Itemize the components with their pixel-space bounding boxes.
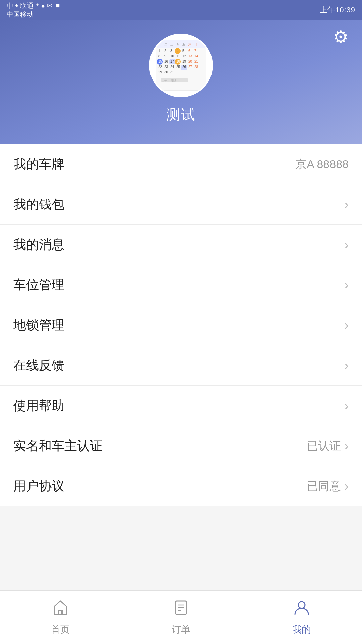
menu-item-lock-mgmt[interactable]: 地锁管理 › [0,305,362,345]
svg-text:四: 四 [176,43,179,46]
chevron-icon-feedback: › [344,358,349,373]
nav-item-mine[interactable]: 我的 [241,599,362,636]
avatar[interactable]: 一 二 三 四 五 六 日 1 2 3 4 4 5 6 7 8 9 10 11 … [149,34,213,97]
svg-text:25: 25 [176,65,180,69]
menu-right-agreement: 已同意 › [307,479,349,494]
menu-item-verification[interactable]: 实名和车主认证 已认证 › [0,426,362,466]
svg-text:13: 13 [188,54,192,58]
menu-right-messages: › [344,237,349,252]
menu-right-license-plate: 京A 88888 [295,157,349,172]
menu-value-agreement: 已同意 [307,479,341,494]
svg-text:10: 10 [170,54,174,58]
menu-right-lock-mgmt: › [344,318,349,333]
svg-text:16: 16 [164,60,168,63]
svg-text:五: 五 [182,43,185,46]
svg-text:1: 1 [158,49,160,53]
chevron-icon-lock-mgmt: › [344,318,349,333]
menu-item-wallet[interactable]: 我的钱包 › [0,184,362,225]
svg-text:29: 29 [158,70,162,74]
svg-point-54 [298,602,305,608]
bottom-nav: 首页 订单 我的 [0,590,362,644]
carrier-info: 中国联通 ⁺ ● ✉ ▣ 中国移动 [7,1,61,19]
nav-item-home[interactable]: 首页 [0,599,121,636]
chevron-icon-help: › [344,398,349,413]
username: 测试 [166,105,196,124]
svg-text:9: 9 [164,54,166,58]
svg-text:30: 30 [164,70,168,74]
avatar-image: 一 二 三 四 五 六 日 1 2 3 4 4 5 6 7 8 9 10 11 … [154,39,208,92]
svg-text:11: 11 [176,54,180,58]
settings-button[interactable]: ⚙ [333,27,349,47]
menu-label-license-plate: 我的车牌 [13,156,64,173]
svg-rect-2 [156,40,206,48]
svg-text:一: 一 [158,43,161,46]
svg-text:六: 六 [188,43,191,46]
chevron-icon-messages: › [344,237,349,252]
profile-header: ⚙ 一 二 三 四 五 六 日 1 2 3 4 4 5 6 7 [0,20,362,144]
svg-text:21: 21 [194,60,198,63]
menu-label-parking-mgmt: 车位管理 [13,276,64,293]
svg-text:2: 2 [164,49,166,53]
svg-text:17: 17 [170,60,174,63]
svg-text:14: 14 [194,54,198,58]
menu-label-help: 使用帮助 [13,397,64,414]
svg-text:日: 日 [194,43,197,46]
menu-label-agreement: 用户协议 [13,478,64,495]
chevron-icon-agreement: › [344,479,349,494]
carrier-1: 中国联通 ⁺ ● ✉ ▣ [7,1,61,10]
svg-text:20: 20 [188,60,192,63]
svg-text:19: 19 [182,60,186,63]
menu-right-parking-mgmt: › [344,277,349,292]
carrier-2: 中国移动 [7,10,61,19]
menu-label-lock-mgmt: 地锁管理 [13,317,64,334]
svg-text:22: 22 [158,65,162,69]
svg-text:27: 27 [188,65,192,69]
chevron-icon-parking-mgmt: › [344,277,349,292]
svg-text:12: 12 [182,54,186,58]
svg-text:上午 — 测试: 上午 — 测试 [162,79,176,82]
svg-text:26: 26 [182,65,186,69]
svg-text:23: 23 [164,65,168,69]
svg-text:18: 18 [176,60,180,63]
menu-value-verification: 已认证 [307,438,341,454]
svg-text:4: 4 [177,49,179,53]
menu-item-agreement[interactable]: 用户协议 已同意 › [0,466,362,506]
svg-text:三: 三 [170,43,173,46]
menu-label-verification: 实名和车主认证 [13,437,103,454]
nav-item-orders[interactable]: 订单 [121,599,241,636]
svg-text:6: 6 [188,49,190,53]
menu-item-license-plate[interactable]: 我的车牌 京A 88888 [0,144,362,184]
svg-rect-1 [156,40,206,91]
menu-right-feedback: › [344,358,349,373]
menu-item-messages[interactable]: 我的消息 › [0,225,362,265]
menu-right-verification: 已认证 › [307,438,349,454]
svg-rect-49 [59,610,62,614]
svg-text:7: 7 [194,49,196,53]
status-icons: 上午10:39 [320,5,355,15]
svg-text:28: 28 [194,65,198,69]
status-bar: 中国联通 ⁺ ● ✉ ▣ 中国移动 上午10:39 [0,0,362,20]
chevron-icon-verification: › [344,438,349,453]
chevron-icon-wallet: › [344,197,349,212]
home-icon [52,599,69,621]
svg-text:二: 二 [164,43,167,46]
menu-label-messages: 我的消息 [13,236,64,253]
nav-label-mine: 我的 [292,623,311,636]
svg-text:8: 8 [158,54,160,58]
svg-text:15: 15 [158,60,162,63]
user-icon [293,599,310,621]
nav-label-home: 首页 [51,623,70,636]
svg-text:24: 24 [170,65,174,69]
menu-right-help: › [344,398,349,413]
svg-text:5: 5 [182,49,184,53]
menu-item-feedback[interactable]: 在线反馈 › [0,345,362,386]
menu-list: 我的车牌 京A 88888 我的钱包 › 我的消息 › 车位管理 › 地锁管理 … [0,144,362,506]
orders-icon [172,599,190,621]
menu-item-help[interactable]: 使用帮助 › [0,386,362,426]
svg-text:31: 31 [170,70,174,74]
nav-label-orders: 订单 [172,623,190,636]
menu-label-feedback: 在线反馈 [13,357,64,374]
svg-text:3: 3 [170,49,172,53]
menu-value-license-plate: 京A 88888 [295,157,349,172]
menu-item-parking-mgmt[interactable]: 车位管理 › [0,265,362,305]
